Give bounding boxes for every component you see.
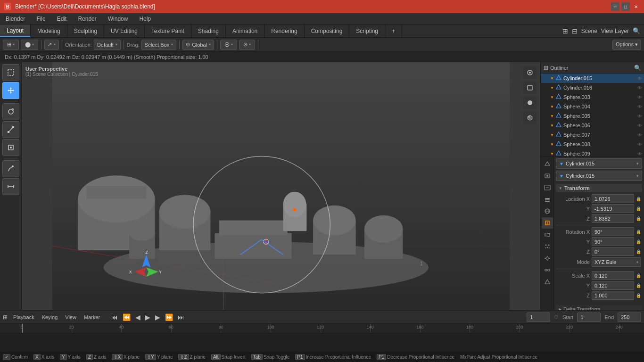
prop-icon-constraints[interactable] [542,264,553,276]
menu-window[interactable]: Window [106,15,130,23]
viewport[interactable]: Z Y X 1 User Perspective (1) Scene Colle… [22,62,540,310]
outliner-filter-icon[interactable]: 🔍 [634,65,641,71]
menu-blender[interactable]: Blender [4,15,27,23]
tab-sculpting[interactable]: Sculpting [67,25,104,37]
outliner-visibility-icon-6[interactable]: 👁 [637,132,642,138]
timeline-body[interactable] [0,333,644,352]
location-z-lock[interactable]: 🔒 [636,216,641,221]
outliner-visibility-icon-8[interactable]: 👁 [637,151,642,156]
orientation-dropdown[interactable]: Default ▾ [94,40,121,50]
menu-file[interactable]: File [34,15,47,23]
prev-frame-button[interactable]: ◀ [133,313,142,322]
gizmo-toggle[interactable] [523,81,537,94]
outliner-visibility-icon-2[interactable]: 👁 [637,95,642,100]
tab-compositing[interactable]: Compositing [305,25,350,37]
outliner-visibility-icon-7[interactable]: 👁 [637,142,642,147]
scale-x-value[interactable]: 0.120 [592,271,634,280]
frame-start-input[interactable]: 1 [577,313,601,322]
object-dropdown[interactable]: ▼ Cylinder.015 ▾ [556,158,642,169]
drag-dropdown[interactable]: Select Box ▾ [141,40,177,50]
rotation-x-value[interactable]: 90° [592,227,634,236]
location-x-lock[interactable]: 🔒 [636,197,641,201]
scale-z-lock[interactable]: 🔒 [636,293,641,298]
outliner-item-5[interactable]: ▼Sphere.006👁 [541,121,644,130]
location-x-value[interactable]: 1.0726 [592,194,634,203]
tab-rendering[interactable]: Rendering [264,25,304,37]
tool-scale[interactable] [2,121,19,138]
maximize-button[interactable]: □ [621,2,630,11]
current-frame-input[interactable]: 1 [527,313,550,322]
tool-transform[interactable] [2,139,19,156]
object-data-dropdown[interactable]: ▼ Cylinder.015 ▾ [556,171,642,181]
proportional-edit-button[interactable]: ⊙ ▾ [239,40,255,50]
next-keyframe-button[interactable]: ⏩ [163,313,175,322]
minimize-button[interactable]: ─ [611,2,619,11]
transform-section-header[interactable]: ▼ Transform [556,184,642,192]
timeline-editor-icon[interactable]: ⊞ [3,314,8,321]
tab-uv-editing[interactable]: UV Editing [104,25,145,37]
tab-texture-paint[interactable]: Texture Paint [145,25,191,37]
menu-edit[interactable]: Edit [55,15,69,23]
rotation-mode-dropdown[interactable]: XYZ Eule ▾ [592,257,641,267]
prop-icon-view-layer[interactable] [542,194,553,205]
timeline-playback-menu[interactable]: Playback [11,313,36,321]
close-button[interactable]: ✕ [632,2,640,11]
prop-icon-object[interactable] [542,217,553,229]
next-frame-button[interactable]: ▶ [153,313,162,322]
timeline-ruler[interactable]: 020406080100120140160180200220240 [0,324,644,333]
scale-x-lock[interactable]: 🔒 [636,273,641,278]
location-y-value[interactable]: -1.5319 [592,204,634,213]
rotation-x-lock[interactable]: 🔒 [636,230,641,234]
tab-add[interactable]: + [385,25,402,37]
outliner-item-1[interactable]: ▼Cylinder.016👁 [541,83,644,92]
prop-icon-render[interactable] [542,170,553,181]
tool-select-box[interactable] [2,64,19,81]
viewport-shading-solid[interactable] [523,96,537,109]
tab-scripting[interactable]: Scripting [349,25,385,37]
outliner-visibility-icon-3[interactable]: 👁 [637,104,642,109]
rotation-z-value[interactable]: 0° [592,247,634,256]
options-dropdown[interactable]: Options ▾ [612,40,641,50]
tool-rotate[interactable] [2,103,19,120]
jump-start-button[interactable]: ⏮ [109,313,120,322]
select-mode-dropdown[interactable]: ↗ ▾ [44,40,59,50]
outliner-item-0[interactable]: ▼Cylinder.015👁 [541,74,644,83]
location-z-value[interactable]: 1.8382 [592,214,634,223]
scale-y-value[interactable]: 0.120 [592,281,634,290]
menu-help[interactable]: Help [137,15,153,23]
prop-icon-output[interactable] [542,182,553,193]
prop-icon-scene[interactable] [542,158,553,170]
transform-pivot-dropdown[interactable]: ⊙ Global ▾ [182,40,214,50]
outliner-item-2[interactable]: ▼Sphere.003👁 [541,92,644,102]
outliner-item-4[interactable]: ▼Sphere.005👁 [541,111,644,121]
tab-modeling[interactable]: Modeling [31,25,67,37]
tool-measure[interactable] [2,178,19,195]
outliner-visibility-icon-1[interactable]: 👁 [637,85,642,90]
prop-icon-physics[interactable] [542,253,553,264]
timeline-marker-menu[interactable]: Marker [82,313,102,321]
scale-z-value[interactable]: 1.000 [592,291,634,300]
overlay-toggle[interactable] [523,66,537,79]
rotation-y-lock[interactable]: 🔒 [636,239,641,244]
prop-icon-scene-world[interactable] [542,206,553,217]
tab-animation[interactable]: Animation [226,25,264,37]
outliner-item-3[interactable]: ▼Sphere.004👁 [541,102,644,111]
search-icon[interactable]: 🔍 [633,27,640,34]
menu-render[interactable]: Render [76,15,98,23]
outliner-visibility-icon-4[interactable]: 👁 [637,114,642,119]
rotation-y-value[interactable]: 90° [592,237,634,246]
location-y-lock[interactable]: 🔒 [636,206,641,211]
outliner-item-6[interactable]: ▼Sphere.007👁 [541,130,644,140]
prop-icon-data[interactable] [542,276,553,288]
viewport-shading-button[interactable]: ⬤ ▾ [21,40,38,50]
viewport-shading-material[interactable] [523,111,537,124]
snapping-button[interactable]: ⦿ ▾ [220,40,237,50]
prop-icon-modifiers[interactable] [542,229,553,240]
prev-keyframe-button[interactable]: ⏪ [121,313,132,322]
scale-y-lock[interactable]: 🔒 [636,283,641,288]
play-button[interactable]: ▶ [143,313,152,322]
outliner-item-7[interactable]: ▼Sphere.008👁 [541,140,644,149]
rotation-z-lock[interactable]: 🔒 [636,249,641,254]
tab-shading[interactable]: Shading [191,25,226,37]
delta-transform-section[interactable]: ▶ Delta Transform [556,305,642,310]
